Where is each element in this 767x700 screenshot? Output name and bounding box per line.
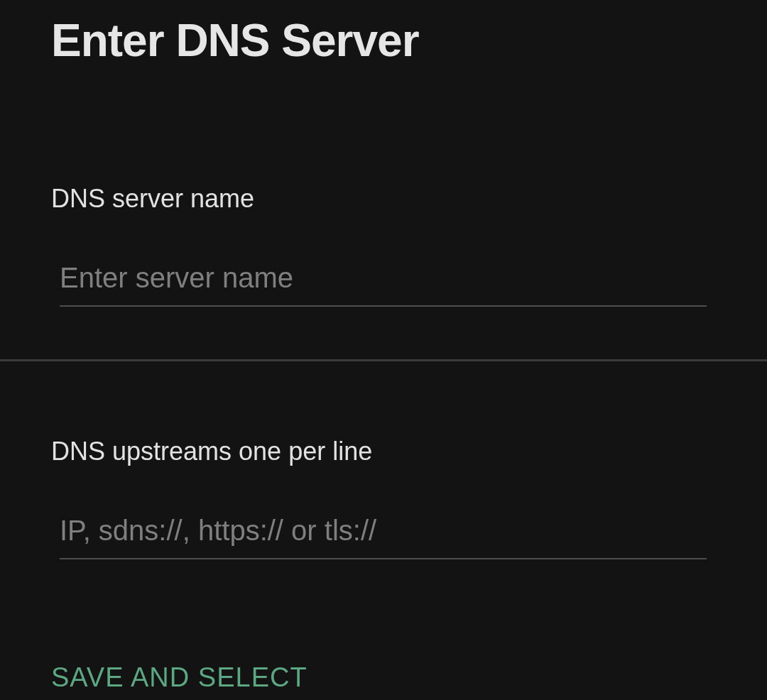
upstreams-section: DNS upstreams one per line SAVE AND SELE… bbox=[0, 437, 767, 693]
page-title: Enter DNS Server bbox=[0, 0, 767, 67]
server-name-label: DNS server name bbox=[51, 184, 716, 214]
server-name-section: DNS server name bbox=[0, 184, 767, 307]
server-name-input[interactable] bbox=[60, 256, 707, 307]
save-and-select-button[interactable]: SAVE AND SELECT bbox=[51, 662, 308, 693]
upstreams-label: DNS upstreams one per line bbox=[51, 437, 716, 466]
section-divider bbox=[0, 359, 767, 361]
upstreams-input[interactable] bbox=[60, 509, 707, 559]
